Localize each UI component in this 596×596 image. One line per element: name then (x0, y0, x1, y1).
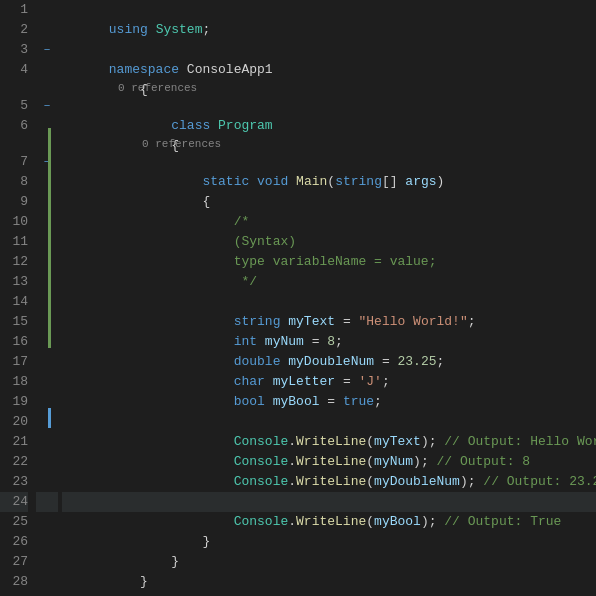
line-4: 4 (0, 60, 28, 80)
code-line-15: int myNum = 8; (62, 312, 596, 332)
code-line-26: } (62, 532, 596, 552)
line-28: 28 (0, 572, 28, 592)
line-10: 10 (0, 212, 28, 232)
line-ref-5a (0, 80, 28, 96)
line-numbers: 1 2 3 4 5 6 7 8 9 10 11 12 13 14 15 16 1… (0, 0, 36, 596)
gutter-21 (36, 432, 58, 452)
gutter-23 (36, 472, 58, 492)
code-line-14: string myText = "Hello World!"; (62, 292, 596, 312)
line-1: 1 (0, 0, 28, 20)
gutter-1 (36, 0, 58, 20)
gutter-8 (36, 172, 58, 192)
gutter-7-collapse[interactable]: − (36, 152, 58, 172)
code-line-1: using System; (62, 0, 596, 20)
code-line-4: { (62, 60, 596, 80)
line-13: 13 (0, 272, 28, 292)
code-line-18: bool myBool = true; (62, 372, 596, 392)
gutter-6 (36, 116, 58, 136)
code-line-2 (62, 20, 596, 40)
code-line-27: } (62, 552, 596, 572)
gutter-4 (36, 60, 58, 80)
gutter-12 (36, 252, 58, 272)
code-line-22: Console.WriteLine(myDoubleNum); // Outpu… (62, 452, 596, 472)
gutter-20 (36, 412, 58, 432)
line-7: 7 (0, 152, 28, 172)
code-line-17: char myLetter = 'J'; (62, 352, 596, 372)
code-line-7: static void Main(string[] args) (62, 152, 596, 172)
code-line-28 (62, 572, 596, 592)
line-6: 6 (0, 116, 28, 136)
gutter-26 (36, 532, 58, 552)
gutter-9 (36, 192, 58, 212)
gutter-5-collapse[interactable]: − (36, 96, 58, 116)
code-line-20: Console.WriteLine(myText); // Output: He… (62, 412, 596, 432)
gutter-11 (36, 232, 58, 252)
gutter-27 (36, 552, 58, 572)
line-22: 22 (0, 452, 28, 472)
gutter-17 (36, 352, 58, 372)
line-11: 11 (0, 232, 28, 252)
line-5: 5 (0, 96, 28, 116)
gutter-28 (36, 572, 58, 592)
code-line-16: double myDoubleNum = 23.25; (62, 332, 596, 352)
gutter-18 (36, 372, 58, 392)
gutter-19 (36, 392, 58, 412)
line-17: 17 (0, 352, 28, 372)
gutter-15 (36, 312, 58, 332)
code-editor: 1 2 3 4 5 6 7 8 9 10 11 12 13 14 15 16 1… (0, 0, 596, 596)
code-line-13 (62, 272, 596, 292)
code-line-9: /* (62, 192, 596, 212)
gutter-13 (36, 272, 58, 292)
gutter-10 (36, 212, 58, 232)
gutter-24 (36, 492, 58, 512)
code-line-21: Console.WriteLine(myNum); // Output: 8 (62, 432, 596, 452)
code-line-8: { (62, 172, 596, 192)
gutter: − − − (36, 0, 58, 596)
gutter-3-collapse[interactable]: − (36, 40, 58, 60)
line-3: 3 (0, 40, 28, 60)
line-26: 26 (0, 532, 28, 552)
code-line-3: namespace ConsoleApp1 (62, 40, 596, 60)
code-line-19 (62, 392, 596, 412)
code-line-23: Console.WriteLine(myLetter); // Output: … (62, 472, 596, 492)
code-line-25: } (62, 512, 596, 532)
line-12: 12 (0, 252, 28, 272)
line-25: 25 (0, 512, 28, 532)
line-23: 23 (0, 472, 28, 492)
code-line-5: class Program (62, 96, 596, 116)
gutter-2 (36, 20, 58, 40)
line-15: 15 (0, 312, 28, 332)
line-16: 16 (0, 332, 28, 352)
code-line-12: */ (62, 252, 596, 272)
gutter-ref-5 (36, 80, 58, 96)
code-content: using System; namespace ConsoleApp1 { 0 … (58, 0, 596, 596)
gutter-25 (36, 512, 58, 532)
line-18: 18 (0, 372, 28, 392)
line-2: 2 (0, 20, 28, 40)
line-ref-7a (0, 136, 28, 152)
line-21: 21 (0, 432, 28, 452)
code-line-24: Console.WriteLine(myBool); // Output: Tr… (62, 492, 596, 512)
gutter-16 (36, 332, 58, 352)
gutter-ref-7 (36, 136, 58, 152)
line-19: 19 (0, 392, 28, 412)
line-24: 24 (0, 492, 28, 512)
line-27: 27 (0, 552, 28, 572)
gutter-14 (36, 292, 58, 312)
line-8: 8 (0, 172, 28, 192)
code-line-6: { (62, 116, 596, 136)
gutter-22 (36, 452, 58, 472)
code-line-11: type variableName = value; (62, 232, 596, 252)
line-14: 14 (0, 292, 28, 312)
line-9: 9 (0, 192, 28, 212)
line-20: 20 (0, 412, 28, 432)
code-line-10: (Syntax) (62, 212, 596, 232)
